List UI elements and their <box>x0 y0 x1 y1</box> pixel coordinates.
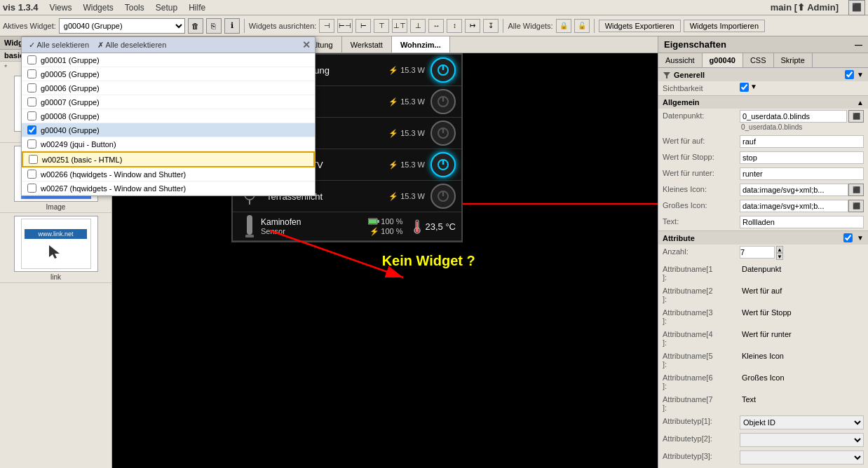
align-top-button[interactable]: ⊤ <box>374 19 389 33</box>
tab-css[interactable]: CSS <box>743 53 774 67</box>
grosses-icon-input[interactable] <box>740 200 848 212</box>
grosses-icon-row: Großes Icon: ⬛ <box>658 198 868 214</box>
dropdown-item-3[interactable]: g00007 (Gruppe) <box>22 95 315 109</box>
dropdown-item-label-1: g00005 (Gruppe) <box>41 70 100 78</box>
turbe-power-btn[interactable] <box>430 57 456 83</box>
window-title: main [⬆ Admin] <box>771 2 846 13</box>
dropdown-item-1[interactable]: g00005 (Gruppe) <box>22 67 315 81</box>
menu-setup[interactable]: Setup <box>150 1 183 14</box>
select-all-button[interactable]: ✓ Alle selektieren <box>26 40 92 50</box>
dropdown-checkbox-1[interactable] <box>27 69 36 78</box>
dropdown-item-6[interactable]: w00249 (jqui - Button) <box>22 137 315 151</box>
dropdown-checkbox-5[interactable] <box>27 125 36 135</box>
anzahl-up-button[interactable]: ▲ <box>776 246 783 253</box>
link-cursor-icon <box>46 242 67 259</box>
sichtbarkeit-expand-button[interactable]: ▼ <box>750 83 757 90</box>
properties-minimize-button[interactable]: — <box>855 41 862 49</box>
same-height-button[interactable]: ↧ <box>483 19 499 33</box>
kleines-icon-row: Kleines Icon: ⬛ <box>658 182 868 198</box>
distribute-v-button[interactable]: ↕ <box>447 19 462 33</box>
same-width-button[interactable]: ↦ <box>465 19 480 33</box>
menu-tools[interactable]: Tools <box>119 1 150 14</box>
menu-widgets[interactable]: Widgets <box>77 1 118 14</box>
stehlampe-power-btn[interactable] <box>430 89 456 114</box>
allgemein-expand-button[interactable]: ▲ <box>857 99 864 106</box>
dropdown-checkbox-6[interactable] <box>27 139 36 149</box>
attributetyp1-select[interactable]: Objekt ID <box>740 415 864 429</box>
wert-runter-row: Wert für runter: <box>658 166 868 182</box>
widget-select[interactable]: g00040 (Gruppe) <box>59 18 185 34</box>
attributetyp3-select[interactable] <box>740 450 864 464</box>
dropdown-item-5[interactable]: g00040 (Gruppe) <box>22 123 315 137</box>
dropdown-checkbox-9[interactable] <box>27 184 36 193</box>
datenpunkt-button[interactable]: ⬛ <box>848 110 864 123</box>
menu-views[interactable]: Views <box>44 1 78 14</box>
info-widget-button[interactable]: ℹ <box>224 18 240 34</box>
menu-hilfe[interactable]: Hilfe <box>183 1 211 14</box>
dropdown-item-7[interactable]: w00251 (basic - HTML) <box>22 151 315 167</box>
import-widgets-button[interactable]: Widgets Importieren <box>684 20 765 32</box>
align-bottom-button[interactable]: ⊥ <box>410 19 426 33</box>
distribute-h-button[interactable]: ↔ <box>428 19 444 33</box>
generell-checkbox[interactable] <box>845 70 854 79</box>
export-widgets-button[interactable]: Widgets Exportieren <box>599 20 681 32</box>
dropdown-item-9[interactable]: w00267 (hqwidgets - Window and Shutter) <box>22 181 315 195</box>
brunnen-power-btn[interactable] <box>430 121 456 146</box>
maximize-button[interactable]: ⬛ <box>848 0 865 15</box>
dropdown-item-2[interactable]: g00006 (Gruppe) <box>22 81 315 95</box>
attribute-checkbox[interactable] <box>843 233 853 242</box>
anzahl-row: Anzahl: ▲ ▼ <box>658 245 868 262</box>
kleines-icon-button[interactable]: ⬛ <box>848 184 864 196</box>
generell-expand-button[interactable]: ▼ <box>857 71 864 78</box>
tab-skripte[interactable]: Skripte <box>774 53 813 67</box>
attributetyp2-select[interactable] <box>740 433 864 447</box>
kleines-icon-input[interactable] <box>740 184 848 196</box>
wert-runter-input[interactable] <box>740 167 864 180</box>
align-right-button[interactable]: ⊢ <box>355 19 371 33</box>
tab-g00040[interactable]: g00040 <box>703 53 743 67</box>
dropdown-checkbox-4[interactable] <box>27 111 36 121</box>
dropdown-close-button[interactable]: ✕ <box>302 39 311 50</box>
widget-item-link[interactable]: www.link.net link <box>0 213 111 283</box>
sichtbarkeit-checkbox[interactable] <box>740 83 749 92</box>
main-layout: Widge basic * <iFrame> iFrame <box>0 36 868 468</box>
wert-stopp-input[interactable] <box>740 151 864 164</box>
dropdown-checkbox-3[interactable] <box>27 97 36 106</box>
dropdown-checkbox-7[interactable] <box>29 155 38 164</box>
anzahl-input[interactable] <box>740 246 775 259</box>
wert-auf-input[interactable] <box>740 135 864 148</box>
align-label: Widgets ausrichten: <box>249 22 317 30</box>
align-left-button[interactable]: ⊣ <box>319 19 334 33</box>
properties-panel: Eigenschaften — Aussicht g00040 CSS Skri… <box>658 36 868 468</box>
steckdosetv-power-btn[interactable] <box>430 152 456 177</box>
anzahl-label: Anzahl: <box>663 246 740 256</box>
dropdown-item-8[interactable]: w00266 (hqwidgets - Window and Shutter) <box>22 167 315 181</box>
lock-button[interactable]: 🔒 <box>556 19 571 33</box>
dropdown-item-label-4: g00008 (Gruppe) <box>41 112 100 121</box>
align-center-v-button[interactable]: ⊥⊤ <box>392 19 407 33</box>
svg-rect-28 <box>416 221 418 230</box>
dropdown-checkbox-0[interactable] <box>27 55 36 64</box>
anzahl-down-button[interactable]: ▼ <box>776 253 783 260</box>
properties-header: Eigenschaften — <box>658 36 868 53</box>
unlock-button[interactable]: 🔓 <box>574 19 590 33</box>
attributname4-value: Wert für runter <box>740 329 864 340</box>
deselect-all-button[interactable]: ✗ Alle deselektieren <box>95 40 169 50</box>
dropdown-item-4[interactable]: g00008 (Gruppe) <box>22 109 315 123</box>
dropdown-checkbox-8[interactable] <box>27 170 36 179</box>
attribute-expand-button[interactable]: ▼ <box>857 234 864 242</box>
tab-aussicht[interactable]: Aussicht <box>658 53 703 67</box>
text-input[interactable] <box>740 216 864 228</box>
tab-werkstatt[interactable]: Werkstatt <box>342 36 392 53</box>
dropdown-checkbox-2[interactable] <box>27 83 36 92</box>
datenpunkt-input[interactable] <box>740 110 847 123</box>
terrassenlicht-power-btn[interactable] <box>430 184 456 209</box>
align-center-h-button[interactable]: ⊢⊣ <box>337 19 353 33</box>
copy-widget-button[interactable]: ⎘ <box>206 18 222 34</box>
wert-auf-row: Wert für auf: <box>658 134 868 150</box>
tab-wohnzimmer[interactable]: Wohnzim... <box>392 36 450 53</box>
svg-rect-22 <box>245 235 254 238</box>
delete-widget-button[interactable]: 🗑 <box>188 18 203 34</box>
dropdown-item-0[interactable]: g00001 (Gruppe) <box>22 53 315 67</box>
grosses-icon-button[interactable]: ⬛ <box>848 200 864 212</box>
